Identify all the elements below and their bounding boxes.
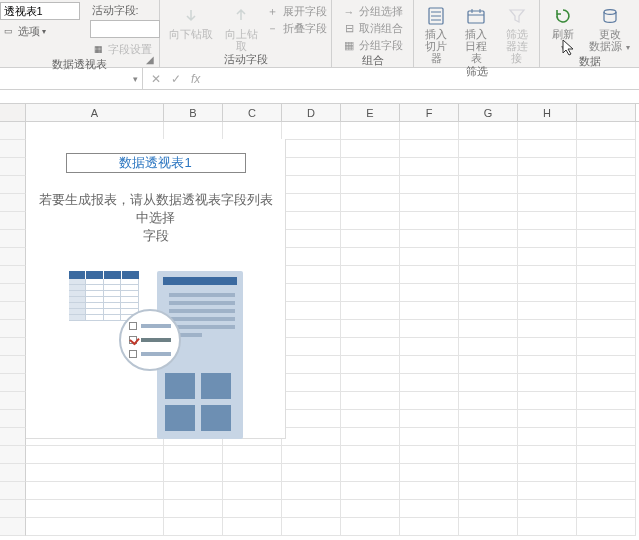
cell[interactable]: [282, 374, 341, 392]
cell[interactable]: [577, 500, 636, 518]
row-header[interactable]: [0, 122, 26, 140]
row-header[interactable]: [0, 212, 26, 230]
row-header[interactable]: [0, 284, 26, 302]
cell[interactable]: [282, 266, 341, 284]
cell[interactable]: [518, 302, 577, 320]
cell[interactable]: [577, 302, 636, 320]
cell[interactable]: [341, 410, 400, 428]
cell[interactable]: [223, 482, 282, 500]
col-header[interactable]: D: [282, 104, 341, 121]
select-all-corner[interactable]: [0, 104, 26, 121]
cell[interactable]: [282, 482, 341, 500]
cell[interactable]: [518, 338, 577, 356]
cell[interactable]: [577, 446, 636, 464]
cell[interactable]: [282, 446, 341, 464]
row-header[interactable]: [0, 266, 26, 284]
cell[interactable]: [400, 410, 459, 428]
cancel-icon[interactable]: ✕: [151, 72, 161, 86]
cell[interactable]: [459, 158, 518, 176]
cell[interactable]: [223, 518, 282, 536]
cell[interactable]: [341, 356, 400, 374]
cell[interactable]: [26, 482, 164, 500]
cell[interactable]: [341, 140, 400, 158]
cell[interactable]: [282, 248, 341, 266]
pivot-name-input[interactable]: [0, 2, 80, 20]
cell[interactable]: [459, 284, 518, 302]
cell[interactable]: [282, 356, 341, 374]
cell[interactable]: [400, 500, 459, 518]
cell[interactable]: [459, 338, 518, 356]
row-header[interactable]: [0, 230, 26, 248]
cell[interactable]: [518, 500, 577, 518]
expand-field-button[interactable]: ＋ 展开字段: [266, 4, 327, 19]
cell[interactable]: [400, 140, 459, 158]
cell[interactable]: [459, 356, 518, 374]
active-field-input[interactable]: [90, 20, 160, 38]
cell[interactable]: [400, 158, 459, 176]
row-header[interactable]: [0, 356, 26, 374]
cell[interactable]: [341, 518, 400, 536]
cell[interactable]: [282, 500, 341, 518]
cell[interactable]: [577, 356, 636, 374]
cell[interactable]: [459, 266, 518, 284]
cell[interactable]: [341, 284, 400, 302]
cell[interactable]: [400, 266, 459, 284]
refresh-button[interactable]: 刷新▾: [545, 2, 581, 54]
cell[interactable]: [282, 428, 341, 446]
cell[interactable]: [459, 446, 518, 464]
cell[interactable]: [26, 464, 164, 482]
cell[interactable]: [282, 410, 341, 428]
cell[interactable]: [164, 500, 223, 518]
cell[interactable]: [518, 212, 577, 230]
cell[interactable]: [26, 446, 164, 464]
cell[interactable]: [282, 338, 341, 356]
cell[interactable]: [400, 194, 459, 212]
cell[interactable]: [577, 230, 636, 248]
cell[interactable]: [282, 194, 341, 212]
cell[interactable]: [459, 482, 518, 500]
cell[interactable]: [282, 176, 341, 194]
cell[interactable]: [400, 374, 459, 392]
filter-connections-button[interactable]: 筛选器连接: [499, 2, 535, 64]
cell[interactable]: [341, 158, 400, 176]
cell[interactable]: [26, 500, 164, 518]
cell[interactable]: [282, 122, 341, 140]
cell[interactable]: [341, 176, 400, 194]
row-header[interactable]: [0, 428, 26, 446]
insert-slicer-button[interactable]: 插入切片器: [418, 2, 454, 64]
cell[interactable]: [400, 338, 459, 356]
cell[interactable]: [459, 122, 518, 140]
cell[interactable]: [459, 374, 518, 392]
cell[interactable]: [341, 230, 400, 248]
cell[interactable]: [341, 266, 400, 284]
enter-icon[interactable]: ✓: [171, 72, 181, 86]
fx-icon[interactable]: fx: [191, 72, 200, 86]
cell[interactable]: [459, 410, 518, 428]
cell[interactable]: [400, 356, 459, 374]
cell[interactable]: [164, 518, 223, 536]
cell[interactable]: [459, 194, 518, 212]
dialog-launcher-icon[interactable]: ◢: [146, 54, 156, 64]
cell[interactable]: [518, 248, 577, 266]
cell[interactable]: [577, 482, 636, 500]
cell[interactable]: [223, 122, 282, 140]
cell[interactable]: [282, 320, 341, 338]
row-header[interactable]: [0, 338, 26, 356]
cell[interactable]: [577, 248, 636, 266]
group-selection-button[interactable]: → 分组选择: [342, 4, 403, 19]
row-header[interactable]: [0, 248, 26, 266]
row-header[interactable]: [0, 482, 26, 500]
row-header[interactable]: [0, 176, 26, 194]
cell[interactable]: [282, 140, 341, 158]
cell[interactable]: [400, 428, 459, 446]
cell[interactable]: [459, 140, 518, 158]
cell[interactable]: [577, 410, 636, 428]
cell[interactable]: [459, 428, 518, 446]
row-header[interactable]: [0, 518, 26, 536]
row-header[interactable]: [0, 194, 26, 212]
cell[interactable]: [518, 158, 577, 176]
cell[interactable]: [518, 410, 577, 428]
col-header[interactable]: E: [341, 104, 400, 121]
change-data-source-button[interactable]: 更改数据源 ▾: [585, 2, 633, 54]
cell[interactable]: [518, 320, 577, 338]
